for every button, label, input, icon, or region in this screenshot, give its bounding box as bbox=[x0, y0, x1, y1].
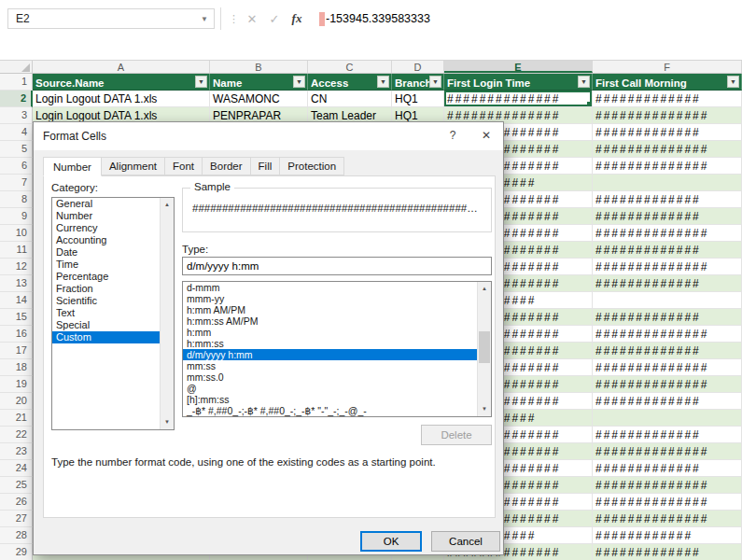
row-number[interactable]: 5 bbox=[0, 141, 33, 158]
cancel-button[interactable]: Cancel bbox=[431, 531, 500, 552]
format-code-item[interactable]: h:mm:ss bbox=[183, 338, 477, 349]
cell-F12[interactable]: ############## bbox=[593, 259, 742, 275]
format-code-item[interactable]: @ bbox=[183, 383, 477, 394]
cell-F7[interactable] bbox=[593, 175, 742, 191]
cell-E2[interactable]: ############## bbox=[444, 91, 593, 107]
format-code-item[interactable]: h:mm AM/PM bbox=[183, 304, 477, 315]
table-header-cell[interactable]: Source.Name▼ bbox=[33, 74, 210, 91]
row-number[interactable]: 25 bbox=[0, 477, 33, 494]
cancel-entry-icon[interactable]: ✕ bbox=[241, 7, 263, 30]
filter-icon[interactable]: ▼ bbox=[578, 76, 590, 88]
cell-F11[interactable]: ############# bbox=[593, 242, 742, 259]
row-number[interactable]: 1 bbox=[0, 74, 33, 91]
row-number[interactable]: 29 bbox=[0, 544, 33, 560]
row-number[interactable]: 8 bbox=[0, 191, 33, 208]
tab-protection[interactable]: Protection bbox=[279, 157, 344, 175]
row-number[interactable]: 19 bbox=[0, 376, 33, 393]
tab-font[interactable]: Font bbox=[164, 157, 203, 175]
row-number[interactable]: 3 bbox=[0, 107, 33, 124]
tab-alignment[interactable]: Alignment bbox=[101, 157, 165, 175]
cell-A2[interactable]: Login Logout DATA 1.xls bbox=[33, 91, 210, 107]
format-code-item[interactable]: h:mm:ss AM/PM bbox=[183, 315, 477, 327]
cell-F13[interactable]: ############# bbox=[593, 275, 742, 292]
filter-icon[interactable]: ▼ bbox=[429, 76, 441, 88]
format-code-item[interactable]: mmm-yy bbox=[183, 293, 477, 304]
cell-F6[interactable]: ############## bbox=[593, 158, 742, 175]
row-number[interactable]: 13 bbox=[0, 275, 33, 292]
cell-F14[interactable] bbox=[593, 292, 742, 309]
category-item[interactable]: Text bbox=[52, 307, 160, 319]
scroll-up-icon[interactable]: ▲ bbox=[161, 198, 174, 212]
row-number[interactable]: 18 bbox=[0, 359, 33, 376]
cell-F15[interactable]: ############# bbox=[593, 309, 742, 326]
category-item[interactable]: Scientific bbox=[52, 295, 160, 307]
ok-button[interactable]: OK bbox=[360, 531, 422, 552]
category-item[interactable]: Time bbox=[52, 259, 160, 271]
cell-F16[interactable]: ############## bbox=[593, 326, 742, 343]
cell-C2[interactable]: CN bbox=[308, 91, 392, 107]
filter-icon[interactable]: ▼ bbox=[377, 76, 389, 88]
table-header-cell[interactable]: First Call Morning▼ bbox=[593, 74, 742, 91]
column-header-B[interactable]: B bbox=[210, 61, 308, 73]
column-header-F[interactable]: F bbox=[593, 61, 742, 73]
category-item[interactable]: General bbox=[52, 198, 160, 210]
category-item[interactable]: Date bbox=[52, 246, 160, 259]
category-item[interactable]: Accounting bbox=[52, 234, 160, 246]
row-number[interactable]: 24 bbox=[0, 460, 33, 477]
enter-entry-icon[interactable]: ✓ bbox=[263, 7, 286, 30]
insert-function-icon[interactable]: fx bbox=[286, 7, 308, 30]
scroll-down-icon[interactable]: ▼ bbox=[161, 415, 174, 429]
category-item[interactable]: Number bbox=[52, 210, 160, 222]
category-item[interactable]: Currency bbox=[52, 222, 160, 234]
column-header-C[interactable]: C bbox=[308, 61, 392, 73]
table-header-cell[interactable]: Name▼ bbox=[210, 74, 308, 91]
cell-F19[interactable]: ############## bbox=[593, 376, 742, 393]
row-number[interactable]: 10 bbox=[0, 225, 33, 242]
cell-F22[interactable]: ############# bbox=[593, 427, 742, 443]
cell-B2[interactable]: WASAMONC bbox=[210, 91, 308, 107]
row-number[interactable]: 4 bbox=[0, 124, 33, 141]
category-item[interactable]: Special bbox=[52, 319, 160, 331]
format-code-item[interactable]: d-mmm bbox=[183, 282, 477, 293]
cell-D2[interactable]: HQ1 bbox=[392, 91, 444, 107]
format-code-item[interactable]: d/m/yyyy h:mm bbox=[183, 349, 477, 360]
cell-F20[interactable]: ############# bbox=[593, 393, 742, 410]
category-scrollbar[interactable]: ▲ ▼ bbox=[160, 198, 174, 429]
cell-F29[interactable]: ############# bbox=[593, 544, 742, 560]
row-number[interactable]: 22 bbox=[0, 427, 33, 443]
row-number[interactable]: 12 bbox=[0, 259, 33, 275]
format-code-item[interactable]: [h]:mm:ss bbox=[183, 394, 477, 405]
row-number[interactable]: 2 bbox=[0, 91, 33, 107]
filter-icon[interactable]: ▼ bbox=[195, 76, 207, 88]
category-item[interactable]: Percentage bbox=[52, 271, 160, 283]
format-code-item[interactable]: mm:ss bbox=[183, 360, 477, 371]
row-number[interactable]: 17 bbox=[0, 343, 33, 359]
delete-button[interactable]: Delete bbox=[421, 425, 492, 445]
cell-F25[interactable]: ############## bbox=[593, 477, 742, 494]
row-number[interactable]: 9 bbox=[0, 208, 33, 225]
format-code-item[interactable]: _-฿* #,##0_-;-฿* #,##0_-;_-฿* "-"_-;_-@_… bbox=[183, 405, 477, 416]
formula-input[interactable]: -153945.339583333 bbox=[319, 12, 430, 26]
row-number[interactable]: 16 bbox=[0, 326, 33, 343]
cell-F24[interactable]: ############# bbox=[593, 460, 742, 477]
cell-F9[interactable]: ############# bbox=[593, 208, 742, 225]
cell-F27[interactable]: ############## bbox=[593, 511, 742, 527]
column-header-E[interactable]: E bbox=[444, 61, 593, 73]
cell-F10[interactable]: ############## bbox=[593, 225, 742, 242]
name-box[interactable]: E2 ▼ bbox=[7, 8, 215, 29]
cell-F5[interactable]: ############## bbox=[593, 141, 742, 158]
scroll-up-icon[interactable]: ▲ bbox=[478, 282, 491, 296]
column-header-D[interactable]: D bbox=[392, 61, 444, 73]
row-number[interactable]: 14 bbox=[0, 292, 33, 309]
scroll-thumb[interactable] bbox=[479, 331, 490, 363]
cell-F4[interactable]: ############# bbox=[593, 124, 742, 141]
cell-F17[interactable]: ############# bbox=[593, 343, 742, 359]
row-number[interactable]: 21 bbox=[0, 410, 33, 427]
format-code-item[interactable]: h:mm bbox=[183, 327, 477, 338]
row-number[interactable]: 23 bbox=[0, 443, 33, 460]
filter-icon[interactable]: ▼ bbox=[293, 76, 305, 88]
row-number[interactable]: 27 bbox=[0, 511, 33, 527]
type-input[interactable] bbox=[182, 257, 492, 275]
name-box-dropdown-icon[interactable]: ▼ bbox=[201, 15, 208, 23]
table-header-cell[interactable]: Access▼ bbox=[308, 74, 392, 91]
